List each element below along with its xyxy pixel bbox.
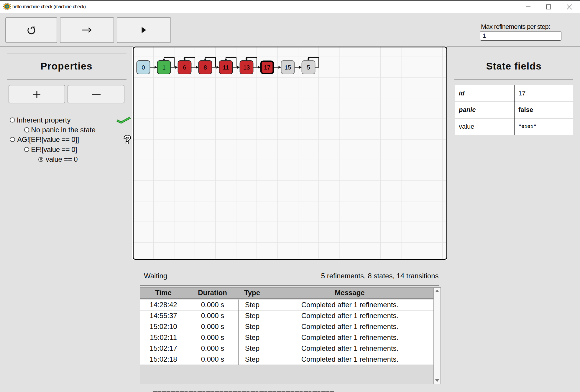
svg-text:15: 15 bbox=[285, 64, 291, 71]
svg-text:17: 17 bbox=[264, 64, 270, 71]
svg-text:6: 6 bbox=[183, 64, 186, 71]
svg-text:11: 11 bbox=[223, 64, 229, 71]
svg-text:1: 1 bbox=[162, 64, 165, 71]
svg-text:13: 13 bbox=[243, 64, 250, 71]
svg-text:?: ? bbox=[124, 133, 131, 146]
svg-text:8: 8 bbox=[203, 64, 207, 71]
svg-text:0: 0 bbox=[142, 64, 145, 71]
svg-text:5: 5 bbox=[307, 64, 310, 71]
